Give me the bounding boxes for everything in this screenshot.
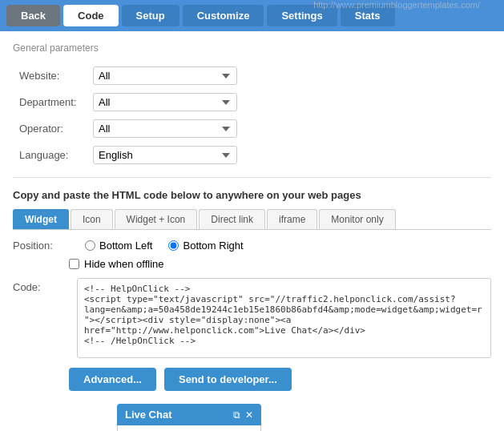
back-button[interactable]: Back [6, 5, 60, 26]
section-title: General parameters [13, 42, 491, 54]
department-row: Department: All [14, 90, 490, 115]
send-developer-button[interactable]: Send to developer... [164, 368, 292, 391]
hide-offline-label: Hide when offline [84, 258, 164, 270]
code-textarea[interactable] [77, 278, 491, 358]
operator-row: Operator: All [14, 116, 490, 141]
tab-direct-link[interactable]: Direct link [199, 209, 265, 229]
bottom-left-option[interactable]: Bottom Left [85, 240, 152, 252]
setup-tab-button[interactable]: Setup [122, 5, 179, 26]
widget-close-button[interactable]: ✕ [245, 409, 253, 421]
params-table: Website: All Department: All Operator: A… [13, 62, 491, 169]
widget-preview: Live Chat ⧉ ✕ HelpOnClick [117, 404, 261, 431]
code-row: Code: [13, 278, 491, 358]
button-row: Advanced... Send to developer... [69, 368, 491, 391]
position-row: Position: Bottom Left Bottom Right http:… [13, 240, 491, 252]
language-label: Language: [14, 143, 87, 167]
website-label: Website: [14, 63, 87, 88]
tab-bar: Widget Icon Widget + Icon Direct link if… [13, 209, 491, 230]
tab-monitor-only[interactable]: Monitor only [319, 209, 395, 229]
website-row: Website: All [14, 63, 490, 88]
website-select[interactable]: All [93, 66, 237, 85]
tab-widget[interactable]: Widget [13, 209, 69, 229]
position-radio-group: Bottom Left Bottom Right [85, 240, 244, 252]
bottom-right-label: Bottom Right [183, 240, 243, 252]
bottom-left-radio[interactable] [85, 240, 95, 251]
copy-instruction: Copy and paste the HTML code below to an… [13, 189, 491, 201]
department-label: Department: [14, 90, 87, 115]
stats-tab-button[interactable]: Stats [341, 5, 395, 26]
code-tab-button[interactable]: Code [63, 5, 119, 26]
bottom-left-label: Bottom Left [99, 240, 152, 252]
hide-offline-row: Hide when offline [69, 258, 491, 270]
hide-offline-checkbox[interactable] [69, 259, 79, 269]
top-nav: Back Code Setup Customize Settings Stats [0, 0, 504, 31]
language-row: Language: English [14, 143, 490, 167]
bottom-right-radio[interactable] [168, 240, 179, 251]
advanced-button[interactable]: Advanced... [69, 368, 156, 391]
operator-select[interactable]: All [93, 119, 237, 138]
department-select[interactable]: All [93, 93, 237, 111]
tab-widget-icon[interactable]: Widget + Icon [115, 209, 198, 229]
widget-header: Live Chat ⧉ ✕ [117, 404, 261, 425]
content-area: General parameters Website: All Departme… [0, 31, 504, 431]
widget-body [117, 425, 261, 431]
position-label: Position: [13, 240, 69, 252]
tab-icon[interactable]: Icon [71, 209, 113, 229]
tab-iframe[interactable]: iframe [267, 209, 317, 229]
widget-title: Live Chat [125, 409, 172, 421]
language-select[interactable]: English [93, 146, 237, 164]
operator-label: Operator: [14, 116, 87, 141]
divider [13, 177, 491, 178]
widget-header-icons: ⧉ ✕ [233, 409, 253, 421]
widget-external-icon-button[interactable]: ⧉ [233, 409, 240, 421]
customize-tab-button[interactable]: Customize [183, 5, 264, 26]
bottom-right-option[interactable]: Bottom Right [168, 240, 243, 252]
code-label: Code: [13, 278, 69, 358]
settings-tab-button[interactable]: Settings [267, 5, 337, 26]
